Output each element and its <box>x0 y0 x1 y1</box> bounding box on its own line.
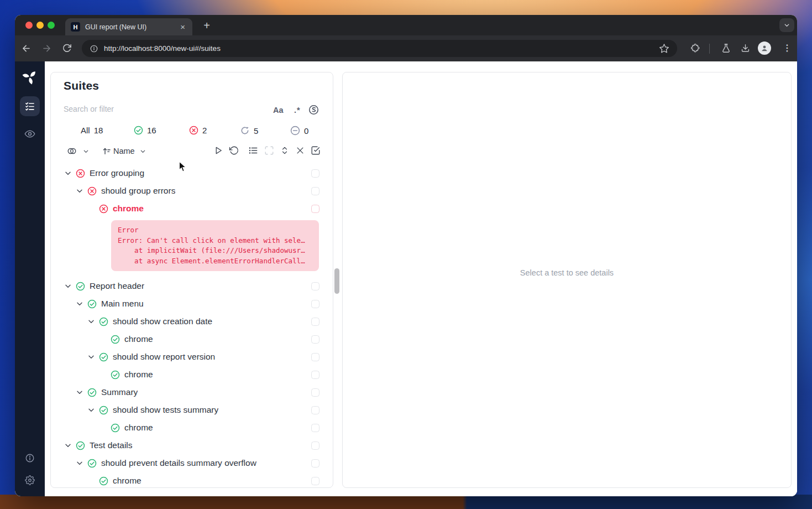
scrollbar-thumb[interactable] <box>334 268 339 294</box>
tree-row[interactable]: Error grouping <box>51 164 333 182</box>
url-text[interactable]: http://localhost:8000/new-ui#/suites <box>104 44 221 53</box>
tree-row[interactable]: should show tests summary <box>51 401 333 419</box>
status-filter-icon <box>308 105 319 115</box>
row-checkbox[interactable] <box>311 353 319 361</box>
empty-state-message: Select a test to see details <box>520 268 614 277</box>
sidebar-info-button[interactable] <box>25 453 35 463</box>
tree-row[interactable]: Test details <box>51 437 333 454</box>
row-checkbox[interactable] <box>311 205 319 213</box>
row-checkbox[interactable] <box>311 424 319 432</box>
row-checkbox[interactable] <box>311 459 319 468</box>
row-checkbox[interactable] <box>311 371 319 379</box>
mouse-cursor <box>179 161 187 173</box>
tree-row[interactable]: Summary <box>51 383 333 401</box>
chevron-down-icon[interactable] <box>87 406 96 414</box>
macos-close-button[interactable] <box>25 22 33 29</box>
expand-all-button[interactable] <box>280 146 290 155</box>
sidebar-item-watch[interactable] <box>24 128 35 139</box>
tree-row[interactable]: chrome <box>51 330 333 348</box>
chevron-down-icon[interactable] <box>75 186 84 195</box>
profile-button[interactable] <box>758 41 771 55</box>
filter-status-button[interactable] <box>308 105 319 115</box>
macos-zoom-button[interactable] <box>48 22 55 29</box>
collapse-all-button[interactable] <box>295 146 305 155</box>
list-view-button[interactable] <box>248 146 258 155</box>
macos-minimize-button[interactable] <box>36 22 44 29</box>
sidebar-settings-button[interactable] <box>25 475 35 485</box>
close-tab-icon[interactable]: × <box>179 22 187 32</box>
app-content: Suites Aa .* All 18 16 2 5 <box>15 61 797 496</box>
row-checkbox[interactable] <box>311 335 319 344</box>
filter-failed[interactable]: 2 <box>189 126 207 135</box>
sidebar-item-tests[interactable] <box>20 96 40 116</box>
tree-row[interactable]: chrome <box>51 419 333 437</box>
chevron-down-icon[interactable] <box>87 317 96 326</box>
downloads-button[interactable] <box>740 43 751 54</box>
run-tests-button[interactable] <box>213 146 223 155</box>
labs-button[interactable] <box>721 43 731 54</box>
forward-button[interactable] <box>41 43 52 54</box>
row-checkbox[interactable] <box>311 300 319 308</box>
bookmark-star-icon[interactable] <box>659 43 669 54</box>
chevron-down-icon[interactable] <box>139 148 146 155</box>
details-panel: Select a test to see details <box>342 72 792 488</box>
extensions-button[interactable] <box>690 43 701 54</box>
status-passed-icon <box>111 335 120 344</box>
tree-item-label: Error grouping <box>90 168 144 178</box>
grouping-icon <box>66 146 77 157</box>
checklist-icon <box>24 101 35 112</box>
chevron-down-icon[interactable] <box>64 169 72 178</box>
tab-search-button[interactable] <box>779 18 794 32</box>
tree-row[interactable]: chrome <box>51 366 333 383</box>
filter-skipped[interactable]: 0 <box>290 126 308 136</box>
tree-row[interactable]: chrome <box>51 472 333 488</box>
browser-tab[interactable]: H GUI report (New UI) × <box>65 18 192 35</box>
row-checkbox[interactable] <box>311 406 319 414</box>
row-checkbox[interactable] <box>311 187 319 195</box>
tree-item-label: chrome <box>113 476 142 486</box>
match-case-button[interactable]: Aa <box>273 106 284 115</box>
row-checkbox[interactable] <box>311 477 319 485</box>
row-checkbox[interactable] <box>311 169 319 178</box>
back-button[interactable] <box>21 43 32 54</box>
sort-field-label[interactable]: Name <box>113 147 135 155</box>
tree-row[interactable]: Report header <box>51 277 333 295</box>
row-checkbox[interactable] <box>311 442 319 450</box>
chevron-down-icon[interactable] <box>75 459 84 468</box>
chevron-down-icon[interactable] <box>64 282 72 290</box>
new-tab-button[interactable]: + <box>201 19 213 32</box>
browser-menu-button[interactable]: ⋮ <box>783 43 792 53</box>
address-bar[interactable]: http://localhost:8000/new-ui#/suites <box>82 40 677 57</box>
row-checkbox[interactable] <box>311 318 319 326</box>
desktop: { "browser": { "tab_title": "GUI report … <box>0 0 812 509</box>
tree-row[interactable]: Main menu <box>51 295 333 313</box>
focus-mode-button[interactable] <box>264 146 274 155</box>
app-sidebar <box>15 61 45 496</box>
undo-icon <box>229 146 239 155</box>
row-checkbox[interactable] <box>311 388 319 397</box>
filter-retried[interactable]: 5 <box>240 126 258 136</box>
site-info-icon[interactable] <box>90 44 98 53</box>
chevron-down-icon[interactable] <box>82 148 90 155</box>
tree-row[interactable]: chrome <box>51 200 333 217</box>
chevron-down-icon[interactable] <box>75 299 84 308</box>
regex-button[interactable]: .* <box>294 106 301 115</box>
filter-passed[interactable]: 16 <box>134 126 156 135</box>
filter-all[interactable]: All 18 <box>81 126 103 135</box>
sort-button[interactable] <box>102 146 112 156</box>
reload-button[interactable] <box>62 43 72 54</box>
rerun-button[interactable] <box>229 146 239 155</box>
grouping-button[interactable] <box>66 146 77 157</box>
tree-row[interactable]: should show creation date <box>51 313 333 330</box>
chevron-down-icon[interactable] <box>64 441 72 450</box>
tree-row[interactable]: should prevent details summary overflow <box>51 454 333 472</box>
tree-item-label: Report header <box>90 281 144 291</box>
select-all-button[interactable] <box>311 146 321 155</box>
chevron-down-icon[interactable] <box>75 388 84 397</box>
row-checkbox[interactable] <box>311 282 319 290</box>
error-message-box[interactable]: ErrorError: Can't call click on element … <box>111 220 319 271</box>
chevron-down-icon[interactable] <box>87 352 96 361</box>
tree-row[interactable]: should show report version <box>51 348 333 366</box>
search-input[interactable] <box>64 105 252 113</box>
tree-row[interactable]: should group errors <box>51 182 333 200</box>
